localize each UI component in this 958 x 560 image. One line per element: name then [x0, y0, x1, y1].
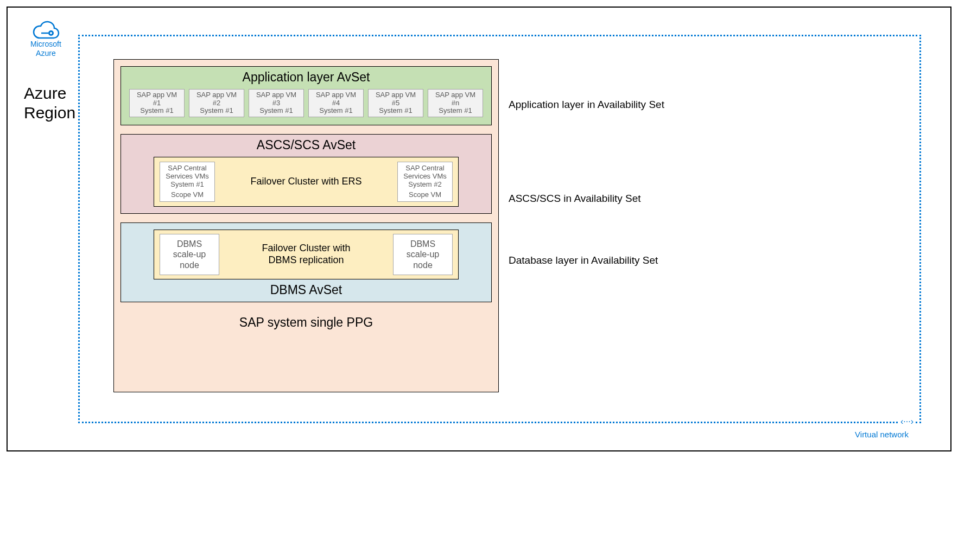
- dbms-failover-label: Failover Cluster with DBMS replication: [219, 243, 393, 266]
- virtual-network-boundary: ‹···› Virtual network Application layer …: [78, 35, 921, 423]
- dbms-scaleup-node: DBMS scale-up node: [160, 234, 219, 275]
- sap-app-vm: SAP app VM#5System #1: [368, 89, 423, 117]
- dbms-failover-cluster: DBMS scale-up node Failover Cluster with…: [154, 230, 459, 279]
- vnet-icon: ‹···›: [899, 417, 915, 427]
- app-avset-title: Application layer AvSet: [126, 67, 486, 89]
- sap-app-vm: SAP app VM#nSystem #1: [428, 89, 483, 117]
- sap-app-vm: SAP app VM#1System #1: [129, 89, 185, 117]
- sap-central-services-vm: SAP Central Services VMs System #2 Scope…: [397, 162, 453, 202]
- azure-logo: Microsoft Azure: [27, 17, 65, 58]
- diagram-frame: Microsoft Azure Azure Region ‹···› Virtu…: [7, 7, 951, 451]
- azure-logo-text-1: Microsoft: [30, 40, 61, 48]
- vnet-label: Virtual network: [855, 430, 909, 439]
- app-layer-avset: Application layer AvSet SAP app VM#1Syst…: [120, 66, 492, 125]
- azure-cloud-icon: [30, 17, 61, 39]
- svg-point-1: [50, 32, 52, 34]
- azure-logo-text-2: Azure: [30, 49, 61, 58]
- side-label-app: Application layer in Availability Set: [509, 99, 664, 111]
- region-label: Azure Region: [24, 84, 75, 123]
- side-label-scs: ASCS/SCS in Availability Set: [509, 193, 641, 205]
- dbms-scaleup-node: DBMS scale-up node: [393, 234, 453, 275]
- ppg-title: SAP system single PPG: [120, 311, 492, 336]
- sap-app-vm: SAP app VM#2System #1: [189, 89, 244, 117]
- scs-avset-title: ASCS/SCS AvSet: [126, 135, 486, 157]
- scs-failover-cluster: SAP Central Services VMs System #1 Scope…: [154, 157, 459, 207]
- ppg-container: Application layer AvSet SAP app VM#1Syst…: [113, 59, 499, 392]
- sap-app-vm: SAP app VM#3System #1: [249, 89, 304, 117]
- dbms-avset-title: DBMS AvSet: [126, 279, 486, 302]
- ascs-scs-avset: ASCS/SCS AvSet SAP Central Services VMs …: [120, 134, 492, 214]
- dbms-avset: DBMS scale-up node Failover Cluster with…: [120, 222, 492, 302]
- side-label-db: Database layer in Availability Set: [509, 254, 658, 266]
- app-vm-row: SAP app VM#1System #1 SAP app VM#2System…: [126, 89, 486, 117]
- sap-app-vm: SAP app VM#4System #1: [308, 89, 364, 117]
- sap-central-services-vm: SAP Central Services VMs System #1 Scope…: [160, 162, 215, 202]
- scs-failover-label: Failover Cluster with ERS: [215, 176, 397, 188]
